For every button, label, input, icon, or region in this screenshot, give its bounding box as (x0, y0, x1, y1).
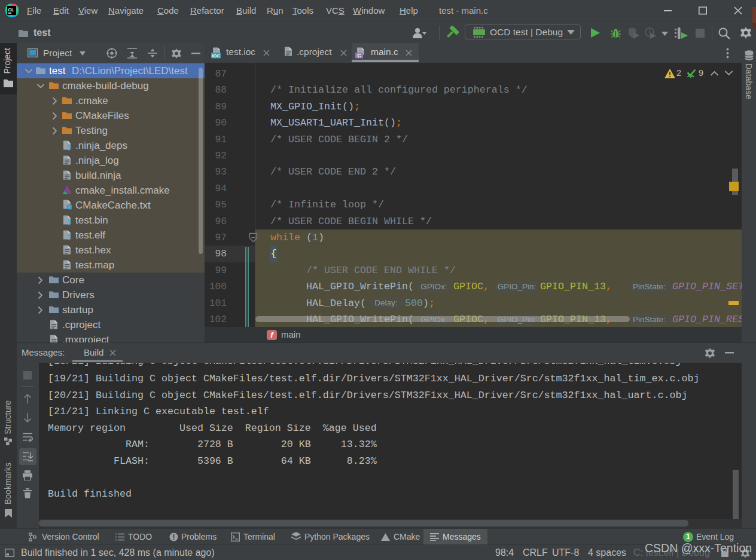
svg-text:C: C (358, 53, 361, 59)
svg-text:CL: CL (8, 7, 14, 13)
svg-text:IOC: IOC (212, 53, 221, 59)
